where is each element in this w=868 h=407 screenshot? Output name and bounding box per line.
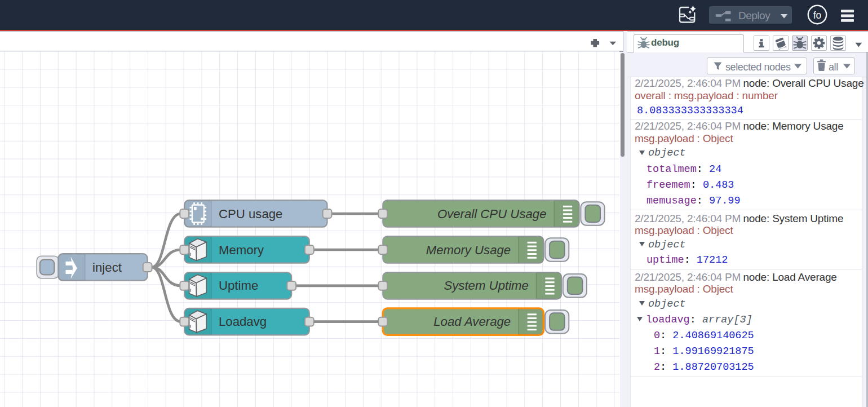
svg-text:Memory: Memory xyxy=(219,243,264,257)
svg-text:System Uptime: System Uptime xyxy=(444,278,528,293)
svg-text:Load Average: Load Average xyxy=(433,315,511,329)
svg-text:Overall CPU Usage: Overall CPU Usage xyxy=(437,207,547,221)
svg-text:Uptime: Uptime xyxy=(219,278,258,293)
svg-text:CPU usage: CPU usage xyxy=(219,207,282,221)
svg-text:inject: inject xyxy=(92,260,122,275)
svg-text:Memory Usage: Memory Usage xyxy=(426,243,511,257)
svg-text:Loadavg: Loadavg xyxy=(219,315,267,329)
